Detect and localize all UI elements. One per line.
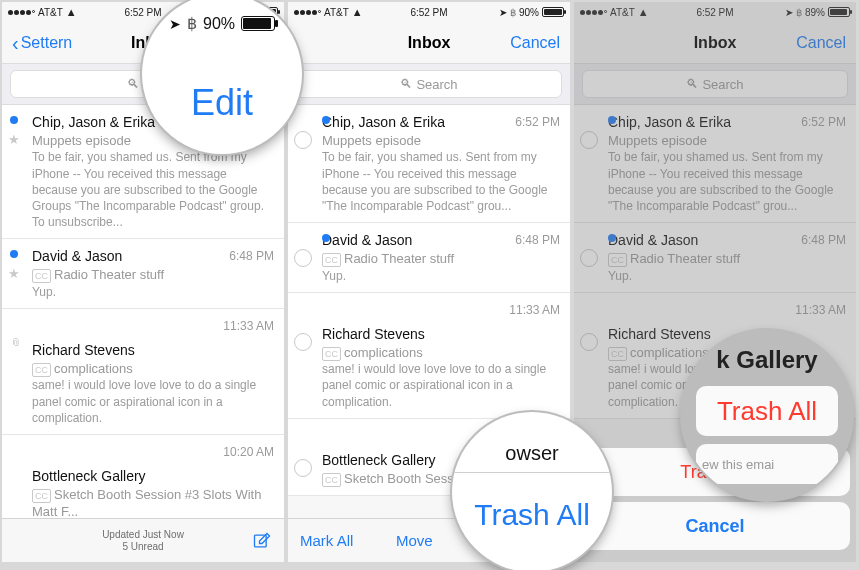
- nav-bar: Inbox Cancel: [288, 22, 570, 64]
- unread-dot-icon: [322, 116, 330, 124]
- search-wrap: 🔍︎ Search: [288, 64, 570, 105]
- mail-row[interactable]: David & Jason 6:48 PM CCRadio Theater st…: [288, 223, 570, 293]
- nav-bar: Inbox Cancel: [574, 22, 856, 64]
- move-button[interactable]: Move: [396, 532, 433, 549]
- chevron-left-icon: ‹: [12, 33, 19, 53]
- select-circle[interactable]: [580, 131, 598, 149]
- unread-dot-icon: [10, 250, 18, 258]
- mail-list: ★ Chip, Jason & Erika 6:52 PM Muppets ep…: [2, 105, 284, 562]
- bottom-toolbar: Updated Just Now 5 Unread: [2, 518, 284, 562]
- battery-pct: 89%: [805, 7, 825, 18]
- subject-label: CCRadio Theater stuff: [322, 250, 560, 268]
- subject-label: Muppets episode: [322, 132, 560, 150]
- unread-dot-icon: [608, 116, 616, 124]
- cc-badge: CC: [32, 269, 51, 283]
- time-label: 6:52 PM: [515, 114, 560, 130]
- select-circle[interactable]: [580, 333, 598, 351]
- subject-label: CCSketch Booth Session #3 Slots With Mat…: [32, 486, 274, 521]
- location-icon: ➤: [169, 16, 181, 32]
- search-wrap: 🔍︎ Search: [574, 64, 856, 105]
- signal-dots-icon: [8, 10, 35, 15]
- carrier-label: AT&T: [38, 7, 63, 18]
- compose-button[interactable]: [252, 531, 272, 551]
- preview-label: Yup.: [608, 268, 846, 284]
- unread-dot-icon: [10, 116, 18, 124]
- attachment-icon: 📎︎: [10, 335, 21, 350]
- sender-label: Richard Stevens: [322, 325, 560, 344]
- cancel-button[interactable]: Cancel: [796, 34, 846, 52]
- search-input[interactable]: 🔍︎ Search: [296, 70, 562, 98]
- mail-row[interactable]: Chip, Jason & Erika 6:52 PM Muppets epis…: [288, 105, 570, 223]
- trash-all-zoom[interactable]: Trash All: [474, 498, 590, 532]
- mail-row[interactable]: Chip, Jason & Erika 6:52 PM Muppets epis…: [574, 105, 856, 223]
- signal-dots-icon: [294, 10, 321, 15]
- zoom-fragment: ew this emai: [696, 444, 838, 484]
- mail-row[interactable]: 📎︎ Richard Stevens 11:33 AM CCcomplicati…: [2, 309, 284, 435]
- magnifier-trash-blue: owser Trash All: [452, 412, 612, 570]
- wifi-icon: ▲: [352, 6, 363, 18]
- subject-label: Muppets episode: [608, 132, 846, 150]
- select-circle[interactable]: [294, 333, 312, 351]
- star-icon: ★: [8, 265, 20, 283]
- bluetooth-icon: ฿: [187, 14, 197, 33]
- signal-dots-icon: [580, 10, 607, 15]
- mail-row[interactable]: Richard Stevens 11:33 AM CCcomplications…: [288, 293, 570, 419]
- battery-icon: [542, 7, 564, 17]
- time-label: 6:48 PM: [801, 232, 846, 248]
- cc-badge: CC: [608, 347, 627, 361]
- battery-pct: 90%: [519, 7, 539, 18]
- select-circle[interactable]: [294, 249, 312, 267]
- subject-label: CCcomplications: [32, 360, 274, 378]
- updated-label: Updated Just Now: [2, 529, 284, 541]
- carrier-label: AT&T: [610, 7, 635, 18]
- search-icon: 🔍︎: [686, 77, 698, 91]
- preview-label: Yup.: [32, 284, 274, 300]
- back-button[interactable]: ‹ Settern: [12, 33, 72, 53]
- mark-all-button[interactable]: Mark All: [300, 532, 353, 549]
- bluetooth-icon: ฿: [510, 7, 516, 18]
- location-icon: ➤: [785, 7, 793, 18]
- time-label: 11:33 AM: [223, 318, 274, 334]
- sheet-cancel-button[interactable]: Cancel: [580, 502, 850, 550]
- location-icon: ➤: [499, 7, 507, 18]
- trash-all-red-zoom[interactable]: Trash All: [696, 386, 838, 436]
- cancel-button[interactable]: Cancel: [510, 34, 560, 52]
- preview-label: To be fair, you shamed us. Sent from my …: [32, 149, 274, 230]
- status-bar: AT&T ▲ 6:52 PM ➤ ฿ 89%: [574, 2, 856, 22]
- preview-label: same! i would love love love to do a sin…: [322, 361, 560, 410]
- select-circle[interactable]: [294, 459, 312, 477]
- subject-label: CCcomplications: [322, 344, 560, 362]
- battery-icon: [241, 16, 275, 31]
- cc-badge: CC: [322, 347, 341, 361]
- sender-label: Bottleneck Gallery: [32, 467, 274, 486]
- cc-badge: CC: [608, 253, 627, 267]
- cc-badge: CC: [32, 363, 51, 377]
- status-bar: AT&T ▲ 6:52 PM ➤ ฿ 90%: [288, 2, 570, 22]
- battery-icon: [828, 7, 850, 17]
- preview-label: To be fair, you shamed us. Sent from my …: [322, 149, 560, 214]
- search-icon: 🔍︎: [400, 77, 412, 91]
- time-label: 6:48 PM: [229, 248, 274, 264]
- search-input[interactable]: 🔍︎ Search: [582, 70, 848, 98]
- time-label: 11:33 AM: [795, 302, 846, 318]
- star-icon: ★: [8, 131, 20, 149]
- edit-button-zoom[interactable]: Edit: [191, 82, 253, 124]
- subject-label: CCRadio Theater stuff: [32, 266, 274, 284]
- cc-badge: CC: [322, 473, 341, 487]
- carrier-label: AT&T: [324, 7, 349, 18]
- preview-label: same! i would love love love to do a sin…: [32, 377, 274, 426]
- cc-badge: CC: [32, 489, 51, 503]
- time-label: 6:52 PM: [801, 114, 846, 130]
- unread-count-label: 5 Unread: [2, 541, 284, 553]
- zoom-fragment: k Gallery: [716, 346, 817, 374]
- cc-badge: CC: [322, 253, 341, 267]
- sender-label: Richard Stevens: [32, 341, 274, 360]
- magnifier-trash-red: k Gallery Trash All ew this emai: [682, 330, 852, 500]
- mail-row[interactable]: David & Jason 6:48 PM CCRadio Theater st…: [574, 223, 856, 293]
- select-circle[interactable]: [294, 131, 312, 149]
- subject-label: CCRadio Theater stuff: [608, 250, 846, 268]
- mail-row[interactable]: ★ David & Jason 6:48 PM CCRadio Theater …: [2, 239, 284, 309]
- search-icon: 🔍︎: [127, 77, 139, 91]
- select-circle[interactable]: [580, 249, 598, 267]
- bluetooth-icon: ฿: [796, 7, 802, 18]
